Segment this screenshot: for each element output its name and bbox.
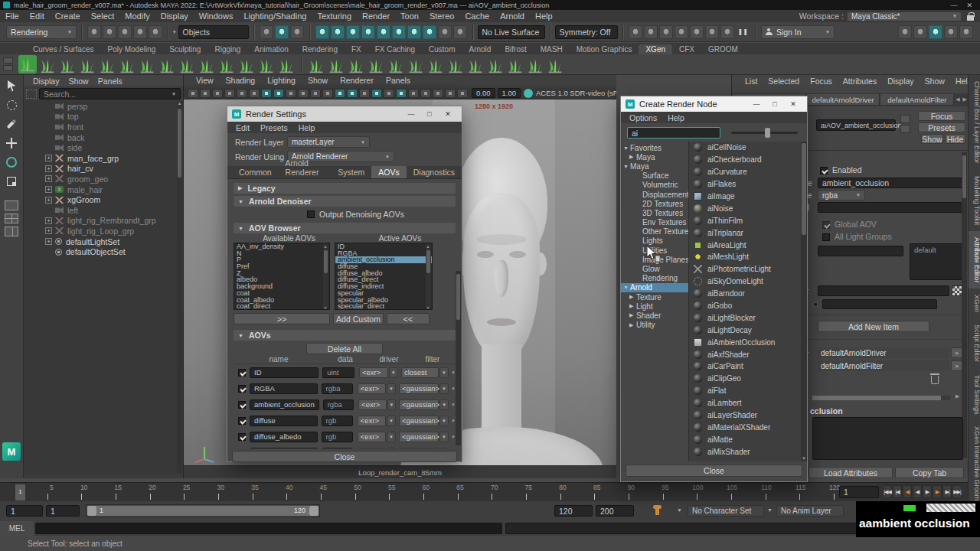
- light-path-expression-field[interactable]: [818, 202, 963, 213]
- available-aov-item[interactable]: AA_inv_density: [234, 243, 329, 250]
- twisty-icon[interactable]: ▶: [629, 154, 636, 160]
- legacy-section-header[interactable]: Legacy: [234, 183, 456, 194]
- render-settings-menu-item[interactable]: Edit: [230, 123, 255, 132]
- depth-of-field-icon[interactable]: [433, 89, 443, 98]
- available-aov-item[interactable]: coat_direct: [234, 303, 329, 310]
- tree-item[interactable]: Other Textures: [621, 227, 688, 236]
- isolate-select-icon[interactable]: [445, 89, 456, 98]
- aov-filter-selector[interactable]: closest: [401, 367, 439, 378]
- attribute-editor-menu-item[interactable]: Attributes: [838, 77, 882, 86]
- lasso-tool-icon[interactable]: [3, 96, 20, 113]
- render-settings-menu-item[interactable]: Presets: [255, 123, 293, 132]
- twisty-icon[interactable]: ▼: [623, 285, 630, 290]
- tab-scroll-left-icon[interactable]: ◀: [954, 93, 961, 106]
- aov-enabled-checkbox[interactable]: [238, 417, 246, 425]
- xgen-grass-tool-icon[interactable]: [466, 55, 485, 73]
- animlayer-dropdown-icon[interactable]: ▼: [767, 507, 773, 513]
- ipr-render-icon[interactable]: [644, 25, 658, 39]
- menu-item[interactable]: Toon: [395, 11, 424, 21]
- shelf-tab[interactable]: CFX: [672, 44, 701, 54]
- xgen-grass-tool-icon[interactable]: [217, 55, 236, 73]
- viewport-menu-item[interactable]: Shading: [220, 76, 262, 85]
- outliner-item[interactable]: groom_geo: [24, 174, 183, 184]
- tool-settings-toggle-icon[interactable]: [944, 25, 958, 39]
- menu-item[interactable]: Modify: [119, 11, 155, 21]
- output-connection-icon[interactable]: [900, 125, 910, 133]
- available-aov-item[interactable]: N: [234, 250, 329, 257]
- node-list-item[interactable]: aiPhotometricLight: [689, 263, 807, 276]
- shelf-tab[interactable]: Custom: [422, 44, 462, 54]
- outliner-search-input[interactable]: Search...▼: [39, 88, 181, 99]
- lighting-icon[interactable]: [371, 89, 382, 98]
- node-list-item[interactable]: aiFlat: [689, 385, 807, 397]
- filter-dropdown-icon[interactable]: ▼: [439, 399, 449, 410]
- minimize-window-icon[interactable]: —: [950, 2, 957, 9]
- all-light-groups-checkbox[interactable]: [822, 233, 830, 241]
- horizontal-scrollbar[interactable]: [812, 396, 950, 400]
- load-attributes-button[interactable]: Load Attributes: [808, 467, 893, 478]
- snap-center-icon[interactable]: [392, 25, 406, 39]
- dock-tab[interactable]: XGen: [969, 289, 980, 318]
- aov-filter-selector[interactable]: <gaussian>: [399, 432, 439, 442]
- channel-box-toggle-icon[interactable]: [959, 25, 973, 39]
- node-list-item[interactable]: aiMeshLight: [689, 251, 807, 263]
- xray-icon[interactable]: [457, 89, 468, 98]
- render-settings-close-button[interactable]: Close: [232, 451, 457, 462]
- aov-enabled-checkbox[interactable]: [238, 433, 246, 441]
- selection-mask-selector[interactable]: Objects: [178, 25, 249, 39]
- tree-item[interactable]: Surface: [621, 171, 688, 181]
- shader-swatch-button[interactable]: [952, 285, 962, 296]
- node-list-item[interactable]: aiMatte: [689, 433, 807, 445]
- mel-input[interactable]: [35, 523, 502, 534]
- xgen-grass-tool-icon[interactable]: [178, 55, 196, 73]
- pause-viewport-button[interactable]: ❚❚: [738, 28, 748, 35]
- filter-dropdown-icon[interactable]: ▼: [439, 367, 449, 378]
- notes-box[interactable]: [812, 417, 963, 460]
- outliner-item[interactable]: male_hair: [24, 184, 183, 195]
- symmetry-field[interactable]: Symmetry: Off: [555, 25, 618, 39]
- select-tool-icon[interactable]: [3, 77, 20, 94]
- attribute-editor-tab[interactable]: defaultArnoldDriver: [806, 93, 880, 106]
- driver-value[interactable]: defaultArnoldDriver: [818, 347, 949, 358]
- output-denoising-checkbox[interactable]: [307, 210, 315, 218]
- outliner-item[interactable]: hair_cv: [24, 164, 183, 174]
- aov-enabled-checkbox[interactable]: [238, 369, 246, 377]
- xgen-grass-tool-icon[interactable]: [347, 55, 365, 73]
- expand-toggle-icon[interactable]: [45, 197, 52, 204]
- aov-name-field[interactable]: ambient_occlusion: [250, 399, 319, 410]
- filter-dropdown-icon[interactable]: ▼: [439, 383, 449, 394]
- aov-data-field[interactable]: rgba: [322, 383, 353, 394]
- dock-tab[interactable]: XGen Interactive Groom Editor: [969, 420, 980, 503]
- outliner-item[interactable]: light_rig_Rembrandt_grp: [24, 216, 183, 227]
- xgen-grass-tool-icon[interactable]: [78, 55, 96, 73]
- input-connection-icon[interactable]: [900, 115, 910, 123]
- aov-driver-selector[interactable]: <exr>: [358, 383, 386, 394]
- tree-item[interactable]: ▼ Arnold: [621, 283, 688, 292]
- aov-browser-section-header[interactable]: AOV Browser: [234, 223, 456, 233]
- tree-item[interactable]: ▶ Maya: [621, 152, 688, 161]
- show-button[interactable]: Show: [921, 134, 943, 144]
- dock-tab[interactable]: Modeling Toolkit: [969, 170, 980, 231]
- aov-name-field[interactable]: diffuse: [250, 416, 318, 426]
- xgen-grass-tool-icon[interactable]: [327, 55, 345, 73]
- viewport-menu-item[interactable]: Show: [302, 76, 334, 85]
- camera-select-icon[interactable]: [188, 89, 198, 98]
- node-list-item[interactable]: aiCheckerboard: [689, 154, 807, 166]
- xgen-grass-tool-icon[interactable]: [506, 55, 524, 73]
- driver-dropdown-icon[interactable]: ▼: [387, 432, 396, 442]
- node-list-item[interactable]: aiLightBlocker: [689, 311, 807, 324]
- menu-item[interactable]: Arnold: [495, 11, 530, 21]
- range-end-handle[interactable]: [309, 506, 318, 516]
- paint-select-tool-icon[interactable]: [3, 116, 20, 132]
- motion-blur-icon[interactable]: [408, 89, 419, 98]
- outliner-menu-item[interactable]: Display: [28, 77, 64, 86]
- rotate-tool-icon[interactable]: [3, 154, 20, 171]
- gate-mask-icon[interactable]: [273, 89, 284, 98]
- hide-button[interactable]: Hide: [945, 134, 965, 144]
- open-scene-icon[interactable]: [103, 25, 116, 39]
- menu-item[interactable]: Windows: [194, 11, 239, 21]
- xgen-grass-tool-icon[interactable]: [138, 55, 156, 73]
- render-settings-menu-item[interactable]: Help: [293, 123, 321, 132]
- menu-item[interactable]: Stereo: [424, 11, 459, 21]
- transport-button[interactable]: |◀◀: [883, 485, 892, 498]
